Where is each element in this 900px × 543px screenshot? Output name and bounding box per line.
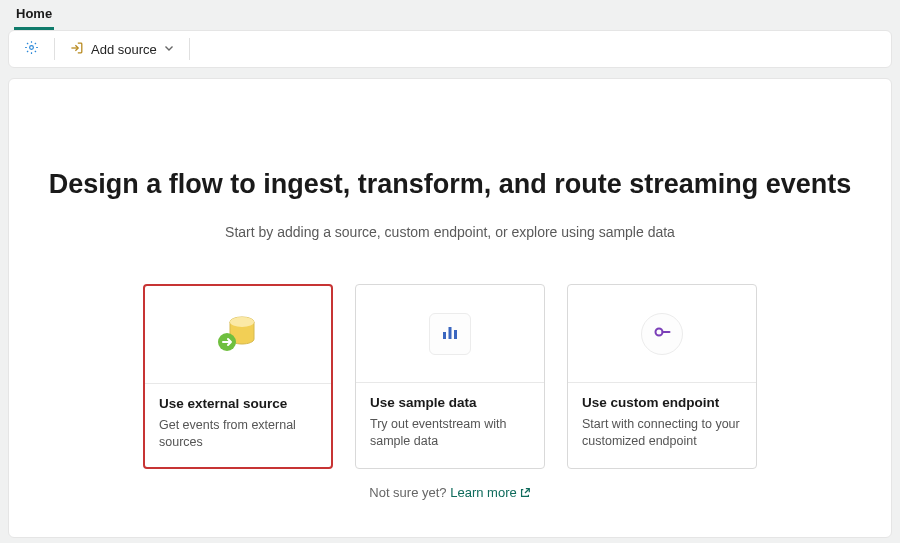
endpoint-icon (651, 321, 673, 347)
learn-prefix: Not sure yet? (369, 485, 450, 500)
svg-point-0 (30, 46, 34, 50)
card-title: Use external source (159, 396, 317, 411)
bar-chart-icon (439, 321, 461, 347)
card-description: Get events from external sources (159, 417, 317, 451)
card-sample-data[interactable]: Use sample data Try out eventstream with… (355, 284, 545, 469)
toolbar-separator (54, 38, 55, 60)
page-title: Design a flow to ingest, transform, and … (9, 169, 891, 200)
settings-button[interactable] (17, 35, 46, 63)
add-source-icon (69, 40, 85, 59)
card-title: Use custom endpoint (582, 395, 742, 410)
learn-more-link[interactable]: Learn more (450, 485, 530, 500)
card-custom-endpoint[interactable]: Use custom endpoint Start with connectin… (567, 284, 757, 469)
option-cards: Use external source Get events from exte… (9, 284, 891, 469)
svg-point-2 (230, 317, 254, 327)
add-source-label: Add source (91, 42, 157, 57)
page-subtitle: Start by adding a source, custom endpoin… (9, 224, 891, 240)
toolbar: Add source (8, 30, 892, 68)
card-title: Use sample data (370, 395, 530, 410)
external-source-icon (212, 309, 264, 361)
card-description: Start with connecting to your customized… (582, 416, 742, 450)
svg-point-7 (656, 328, 663, 335)
tab-home[interactable]: Home (14, 0, 54, 30)
gear-icon (23, 39, 40, 59)
card-description: Try out eventstream with sample data (370, 416, 530, 450)
svg-rect-5 (449, 327, 452, 339)
add-source-button[interactable]: Add source (63, 35, 181, 63)
card-external-source[interactable]: Use external source Get events from exte… (143, 284, 333, 469)
learn-more-row: Not sure yet? Learn more (9, 485, 891, 500)
canvas-empty-state: Design a flow to ingest, transform, and … (8, 78, 892, 538)
external-link-icon (517, 485, 531, 500)
svg-rect-4 (443, 332, 446, 339)
chevron-down-icon (163, 42, 175, 57)
tabs-bar: Home (0, 0, 900, 30)
toolbar-separator (189, 38, 190, 60)
svg-rect-6 (454, 330, 457, 339)
